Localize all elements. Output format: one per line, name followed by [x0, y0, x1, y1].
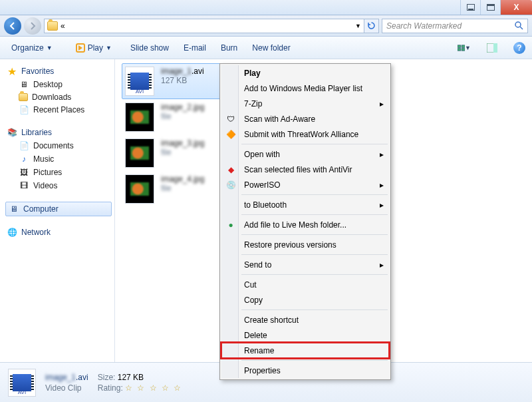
sidebar-item-computer[interactable]: 🖥Computer [5, 202, 112, 216]
ctx-label: Rename [244, 346, 274, 355]
chevron-down-icon[interactable]: ▼ [355, 23, 361, 29]
sidebar-item-pictures[interactable]: 🖼Pictures [5, 166, 112, 179]
breadcrumb[interactable]: « ▼ [44, 19, 364, 33]
ctx-label: Open with [244, 150, 280, 159]
refresh-button[interactable] [364, 19, 379, 33]
sidebar-item-label: Desktop [33, 80, 63, 89]
close-button[interactable]: X [500, 0, 532, 15]
ctx-label: to Bluetooth [244, 200, 287, 210]
documents-icon: 📄 [19, 140, 29, 151]
play-button[interactable]: Play ▼ [72, 42, 116, 54]
ctx-restore[interactable]: Restore previous versions [221, 237, 389, 252]
ctx-antivir[interactable]: ◆Scan selected files with AntiVir [221, 162, 389, 177]
folder-icon [19, 93, 28, 101]
ctx-openwith[interactable]: Open with▸ [221, 146, 389, 162]
separator [241, 234, 388, 235]
ctx-copy[interactable]: Copy [221, 292, 389, 307]
sidebar-item-desktop[interactable]: 🖥Desktop [5, 78, 112, 91]
ctx-add-wmp[interactable]: Add to Windows Media Player list [221, 81, 389, 96]
ctx-label: Restore previous versions [244, 240, 336, 250]
email-button[interactable]: E-mail [184, 43, 206, 53]
sidebar-item-documents[interactable]: 📄Documents [5, 139, 112, 152]
forward-button[interactable] [24, 17, 41, 35]
burn-button[interactable]: Burn [221, 43, 237, 53]
music-icon: ♪ [19, 154, 29, 164]
desktop-icon: 🖥 [19, 79, 29, 90]
slideshow-button[interactable]: Slide show [130, 43, 169, 53]
preview-pane-button[interactable] [485, 41, 499, 55]
arrow-right-icon [29, 22, 37, 30]
arrow-left-icon [9, 22, 17, 30]
ctx-bluetooth[interactable]: to Bluetooth▸ [221, 197, 389, 212]
ctx-properties[interactable]: Properties [221, 363, 389, 378]
sidebar-item-label: Music [33, 154, 54, 164]
ctx-label: Submit with ThreatWork Alliance [244, 130, 358, 139]
address-bar: « ▼ Search Watermarked [0, 15, 532, 37]
sidebar-item-network[interactable]: 🌐Network [5, 226, 112, 239]
livemesh-icon: ● [225, 220, 236, 230]
ctx-sendto[interactable]: Send to▸ [221, 257, 389, 272]
ctx-shortcut[interactable]: Create shortcut [221, 312, 389, 327]
play-label: Play [88, 43, 103, 53]
breadcrumb-text: « [61, 21, 65, 31]
minimize-button[interactable] [460, 0, 480, 15]
submenu-arrow-icon: ▸ [380, 99, 384, 108]
search-placeholder: Search Watermarked [386, 21, 462, 31]
ctx-label: Send to [244, 260, 271, 270]
ctx-threatwork[interactable]: 🔶Submit with ThreatWork Alliance [221, 126, 389, 142]
recent-icon: 📄 [19, 104, 29, 115]
maximize-icon [487, 4, 495, 11]
size-label: Size: [98, 373, 116, 382]
file-size: 127 KB [161, 76, 204, 85]
ctx-adaware[interactable]: 🛡Scan with Ad-Aware [221, 111, 389, 126]
avi-tag: AVI [136, 89, 144, 95]
rating-stars[interactable]: ☆ ☆ ☆ ☆ ☆ [125, 383, 182, 393]
sidebar-item-videos[interactable]: 🎞Videos [5, 179, 112, 192]
network-icon: 🌐 [7, 227, 17, 238]
search-input[interactable]: Search Watermarked [382, 19, 528, 33]
ctx-livemesh[interactable]: ●Add file to Live Mesh folder... [221, 217, 389, 232]
sidebar-item-downloads[interactable]: Downloads [5, 91, 112, 103]
antivir-icon: ◆ [225, 164, 236, 175]
window-titlebar: X [0, 0, 532, 15]
ctx-label: Play [244, 69, 261, 78]
ctx-7zip[interactable]: 7-Zip▸ [221, 96, 389, 111]
close-icon: X [513, 3, 519, 12]
help-button[interactable]: ? [513, 42, 525, 54]
file-name-blurred: image_2.jpg [161, 102, 204, 112]
favorites-header[interactable]: ★Favorites [5, 65, 112, 78]
libraries-label: Libraries [21, 128, 52, 137]
sidebar-item-recent[interactable]: 📄Recent Places [5, 103, 112, 116]
image-thumbnail-icon [125, 102, 154, 132]
newfolder-button[interactable]: New folder [252, 43, 290, 53]
image-thumbnail-icon [125, 138, 154, 168]
chevron-down-icon: ▼ [47, 45, 53, 51]
file-name-blurred: image_4.jpg [161, 174, 204, 184]
back-button[interactable] [4, 17, 21, 35]
navigation-pane: ★Favorites 🖥Desktop Downloads 📄Recent Pl… [0, 59, 114, 362]
details-type: Video Clip [45, 383, 88, 393]
separator [241, 309, 388, 310]
view-options-button[interactable]: ▼ [458, 41, 471, 55]
favorites-label: Favorites [21, 67, 54, 76]
sidebar-item-label: Videos [33, 181, 57, 190]
svg-rect-3 [458, 48, 461, 50]
ctx-label: Create shortcut [244, 315, 299, 325]
ctx-delete[interactable]: Delete [221, 327, 389, 343]
maximize-button[interactable] [480, 0, 500, 15]
ctx-play[interactable]: Play [221, 65, 389, 81]
chevron-down-icon: ▼ [106, 45, 112, 51]
libraries-header[interactable]: 📚Libraries [5, 126, 112, 139]
organize-label: Organize [11, 43, 44, 53]
separator [241, 274, 388, 275]
rating-label: Rating: [98, 383, 123, 393]
organize-button[interactable]: Organize ▼ [7, 41, 57, 55]
adaware-icon: 🛡 [225, 114, 236, 124]
ctx-cut[interactable]: Cut [221, 277, 389, 292]
ctx-label: Scan with Ad-Aware [244, 114, 315, 124]
minimize-icon [467, 4, 475, 11]
ctx-poweriso[interactable]: 💿PowerISO▸ [221, 177, 389, 192]
ctx-label: Scan selected files with AntiVir [244, 165, 352, 174]
sidebar-item-music[interactable]: ♪Music [5, 152, 112, 166]
ctx-rename[interactable]: Rename [221, 343, 389, 358]
